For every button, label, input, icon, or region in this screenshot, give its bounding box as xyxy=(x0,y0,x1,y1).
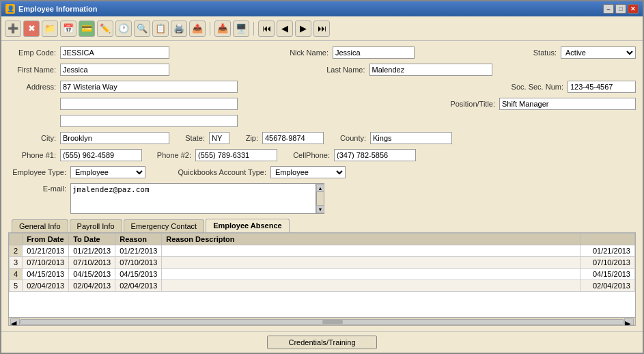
row-address2: Position/Title: xyxy=(8,98,636,110)
hscroll-thumb[interactable] xyxy=(322,320,343,324)
cell-right: 01/21/2013 xyxy=(580,245,635,257)
first-name-label: First Name: xyxy=(8,66,56,74)
address-input[interactable] xyxy=(60,81,238,93)
tab-general-info[interactable]: General Info xyxy=(12,219,68,232)
phone2-input[interactable] xyxy=(195,149,277,161)
zip-input[interactable] xyxy=(262,132,324,144)
cell-to-date: 01/21/2013 xyxy=(69,245,115,257)
status-select[interactable]: Active Inactive xyxy=(561,46,636,59)
col-reason: Reason xyxy=(115,234,162,245)
calendar-button[interactable]: 📅 xyxy=(60,21,76,37)
hscroll-track[interactable] xyxy=(20,319,624,325)
cell-reason: 02/04/2013 xyxy=(115,280,162,292)
county-input[interactable] xyxy=(370,132,452,144)
table-row[interactable]: 4 04/15/2013 04/15/2013 04/15/2013 04/15… xyxy=(10,269,635,280)
table-row[interactable]: 5 02/04/2013 02/04/2013 02/04/2013 02/04… xyxy=(10,280,635,292)
hscroll-left-btn[interactable]: ◀ xyxy=(10,318,20,325)
position-input[interactable] xyxy=(499,98,636,110)
col-reason-desc: Reason Descripton xyxy=(162,234,580,245)
tab-bar: General Info Payroll Info Emergency Cont… xyxy=(8,219,636,232)
email-label: E-mail: xyxy=(8,183,66,193)
export-button[interactable]: 📤 xyxy=(189,21,206,37)
scroll-up-btn[interactable]: ▲ xyxy=(316,184,324,192)
tab-payroll-info[interactable]: Payroll Info xyxy=(70,219,122,232)
cell-from-date: 01/21/2013 xyxy=(23,245,69,257)
cell-reason-desc xyxy=(162,269,580,280)
county-label: County: xyxy=(335,134,366,142)
status-label: Status: xyxy=(526,49,557,57)
clipboard-button[interactable]: 📋 xyxy=(152,21,169,37)
row-phones: Phone #1: Phone #2: CellPhone: xyxy=(8,149,636,161)
row-number: 5 xyxy=(10,280,23,292)
cell-right: 02/04/2013 xyxy=(580,280,635,292)
emp-type-label: Employee Type: xyxy=(8,168,66,176)
scroll-down-btn[interactable]: ▼ xyxy=(316,205,324,213)
toolbar-separator xyxy=(210,22,210,36)
clock-button[interactable]: 🕐 xyxy=(115,21,132,37)
last-button[interactable]: ⏭ xyxy=(313,21,330,37)
col-from-date: From Date xyxy=(23,234,69,245)
open-button[interactable]: 📁 xyxy=(42,21,58,37)
bottom-bar: Credentials/Training xyxy=(1,331,643,353)
credentials-training-button[interactable]: Credentials/Training xyxy=(267,336,376,349)
phone1-input[interactable] xyxy=(60,149,142,161)
import-button[interactable]: 📥 xyxy=(214,21,231,37)
tab-emergency-contact[interactable]: Emergency Contact xyxy=(124,219,205,232)
emp-type-select[interactable]: Employee Contractor Volunteer xyxy=(70,166,145,178)
table-scroll[interactable]: From Date To Date Reason Reason Descript… xyxy=(9,233,635,317)
zip-label: Zip: xyxy=(241,134,258,142)
title-bar: 👤 Employee Information – □ ✕ xyxy=(1,1,643,16)
city-input[interactable] xyxy=(60,132,169,144)
emp-code-label: Emp Code: xyxy=(8,49,56,57)
city-label: City: xyxy=(8,134,56,142)
monitor-button[interactable]: 🖥️ xyxy=(233,21,249,37)
title-bar-left: 👤 Employee Information xyxy=(5,4,98,14)
add-button[interactable]: ➕ xyxy=(5,21,21,37)
address2-input[interactable] xyxy=(60,98,238,110)
card-button[interactable]: 💳 xyxy=(79,21,95,37)
tab-employee-absence[interactable]: Employee Absence xyxy=(206,219,289,232)
row-emp-type: Employee Type: Employee Contractor Volun… xyxy=(8,166,636,178)
delete-button[interactable]: ✖ xyxy=(23,21,40,37)
window-title: Employee Information xyxy=(18,5,98,13)
form-content: Emp Code: Nick Name: Status: Active Inac… xyxy=(1,41,643,331)
window-controls: – □ ✕ xyxy=(603,4,639,14)
edit-button[interactable]: ✏️ xyxy=(97,21,113,37)
row-number: 3 xyxy=(10,257,23,269)
table-row[interactable]: 3 07/10/2013 07/10/2013 07/10/2013 07/10… xyxy=(10,257,635,269)
state-input[interactable] xyxy=(209,132,229,144)
col-num xyxy=(10,234,23,245)
prev-button[interactable]: ◀ xyxy=(277,21,293,37)
soc-sec-input[interactable] xyxy=(568,81,636,93)
first-name-input[interactable] xyxy=(60,64,169,76)
close-button[interactable]: ✕ xyxy=(628,4,639,14)
row-number: 4 xyxy=(10,269,23,280)
tab-content: From Date To Date Reason Reason Descript… xyxy=(8,232,636,326)
qb-select[interactable]: Employee Vendor xyxy=(270,166,346,178)
cell-reason: 01/21/2013 xyxy=(115,245,162,257)
cell-label: CellPhone: xyxy=(289,151,330,159)
emp-code-input[interactable] xyxy=(60,46,169,59)
print-button[interactable]: 🖨️ xyxy=(171,21,187,37)
table-row[interactable]: 2 01/21/2013 01/21/2013 01/21/2013 01/21… xyxy=(10,245,635,257)
minimize-button[interactable]: – xyxy=(603,4,614,14)
hscroll-right-btn[interactable]: ▶ xyxy=(624,318,634,325)
next-button[interactable]: ▶ xyxy=(295,21,311,37)
search-button[interactable]: 🔍 xyxy=(134,21,150,37)
email-input[interactable] xyxy=(70,183,316,214)
cell-to-date: 07/10/2013 xyxy=(69,257,115,269)
last-name-input[interactable] xyxy=(369,64,492,76)
email-scrollbar[interactable]: ▲ ▼ xyxy=(316,183,324,214)
horizontal-scrollbar[interactable]: ◀ ▶ xyxy=(9,317,635,325)
toolbar-separator-2 xyxy=(253,22,254,36)
first-button[interactable]: ⏮ xyxy=(258,21,275,37)
row-names: First Name: Last Name: xyxy=(8,64,636,76)
position-label: Position/Title: xyxy=(440,100,495,108)
col-right xyxy=(580,234,635,245)
cell-reason-desc xyxy=(162,245,580,257)
phone1-label: Phone #1: xyxy=(8,151,56,159)
address3-input[interactable] xyxy=(60,115,238,127)
maximize-button[interactable]: □ xyxy=(615,4,626,14)
cell-input[interactable] xyxy=(334,149,416,161)
nick-name-input[interactable] xyxy=(333,46,415,59)
